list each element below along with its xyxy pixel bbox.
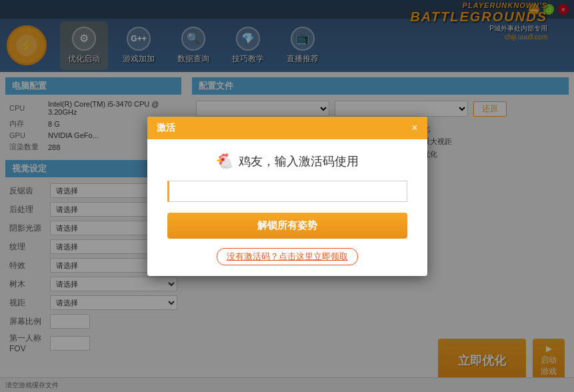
modal-header: 激活 × (147, 117, 427, 139)
modal-greeting: 🐔 鸡友，输入激活码使用 (215, 153, 359, 170)
modal-dialog: 激活 × 🐔 鸡友，输入激活码使用 解锁所有姿势 没有激活码？点击这里立即领取 (147, 117, 427, 276)
modal-body: 🐔 鸡友，输入激活码使用 解锁所有姿势 没有激活码？点击这里立即领取 (147, 139, 427, 276)
modal-overlay: 激活 × 🐔 鸡友，输入激活码使用 解锁所有姿势 没有激活码？点击这里立即领取 (0, 0, 574, 392)
get-code-link[interactable]: 没有激活码？点击这里立即领取 (217, 248, 358, 265)
activation-code-input[interactable] (167, 181, 407, 202)
unlock-button[interactable]: 解锁所有姿势 (167, 213, 407, 239)
modal-greeting-text: 鸡友，输入激活码使用 (239, 153, 359, 169)
modal-close-button[interactable]: × (411, 123, 417, 133)
chicken-icon: 🐔 (215, 153, 233, 170)
modal-title: 激活 (157, 122, 175, 134)
